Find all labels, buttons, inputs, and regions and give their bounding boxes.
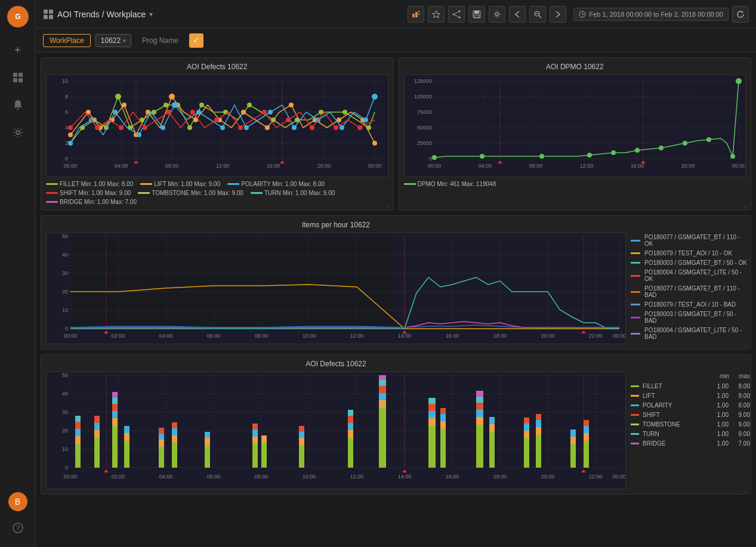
svg-point-71 [199, 103, 204, 107]
svg-rect-302 [428, 404, 436, 411]
zoom-out-button[interactable] [529, 6, 546, 23]
sidebar-bell-icon[interactable] [7, 94, 29, 116]
svg-text:18:00: 18:00 [493, 333, 507, 339]
svg-rect-286 [299, 432, 304, 438]
svg-point-6 [17, 108, 18, 110]
save-button[interactable] [468, 6, 485, 23]
tab-workplace[interactable]: WorkPlace [43, 34, 91, 47]
chart4-area: 0 10 20 30 40 50 00:00 02:00 04:00 06:00… [46, 372, 626, 489]
svg-point-86 [169, 94, 175, 100]
svg-rect-310 [476, 410, 483, 417]
check-button[interactable]: ✓ [189, 33, 203, 48]
svg-point-108 [340, 125, 344, 130]
svg-text:50000: 50000 [416, 125, 431, 131]
chart4-inner: AOI Defects 10622 [46, 360, 626, 489]
svg-point-109 [363, 118, 368, 122]
svg-rect-276 [205, 438, 210, 445]
svg-text:02:00: 02:00 [112, 474, 125, 480]
svg-point-160 [683, 141, 687, 146]
svg-point-95 [372, 141, 377, 146]
chart3-legend: PO180077 / GSMGATE7_BT / 110 - OK PO1800… [631, 221, 750, 344]
sidebar-add-icon[interactable]: + [7, 39, 29, 61]
next-button[interactable] [550, 6, 566, 23]
legend-po180004-bad: PO180004 / GSMGATE7_LITE / 50 - BAD [631, 327, 750, 340]
svg-rect-289 [348, 430, 353, 438]
svg-marker-18 [432, 11, 440, 18]
date-range[interactable]: Feb 1, 2018 00:00:00 to Feb 2, 2018 00:0… [573, 8, 729, 21]
svg-text:16:00: 16:00 [446, 474, 459, 480]
svg-rect-264 [124, 441, 129, 468]
filter-value: 10622 [101, 36, 121, 45]
svg-rect-312 [476, 397, 483, 403]
prev-button[interactable] [509, 6, 526, 23]
svg-rect-268 [159, 440, 164, 447]
svg-rect-318 [524, 431, 529, 438]
svg-text:40: 40 [62, 252, 68, 258]
svg-point-111 [68, 125, 73, 130]
svg-rect-293 [379, 408, 386, 468]
svg-text:16:00: 16:00 [446, 333, 459, 339]
star-button[interactable] [428, 6, 445, 23]
sidebar-gear-icon[interactable] [7, 122, 29, 143]
refresh-button[interactable] [732, 6, 749, 23]
svg-text:08:00: 08:00 [255, 474, 269, 480]
page-title: AOI Trends / Workplace ▾ [43, 9, 408, 20]
svg-text:14:00: 14:00 [398, 474, 412, 480]
resize-handle-4[interactable]: ⌟ [743, 487, 749, 493]
svg-text:08:00: 08:00 [529, 163, 542, 169]
legend4-fillet: FILLET 1.00 8.00 [631, 383, 750, 390]
svg-text:6: 6 [65, 109, 68, 115]
svg-rect-254 [94, 438, 100, 468]
svg-rect-319 [524, 424, 529, 431]
charts-area: AOI Defects 10622 [36, 52, 756, 547]
svg-rect-255 [94, 430, 100, 438]
svg-point-83 [122, 103, 126, 107]
svg-point-70 [187, 125, 192, 130]
resize-handle-3[interactable]: ⌟ [743, 342, 749, 348]
sidebar-help-icon[interactable]: ? [7, 517, 29, 539]
svg-text:50: 50 [62, 233, 68, 239]
tab-progname[interactable]: Prog Name [136, 35, 184, 47]
svg-line-22 [454, 11, 458, 14]
svg-rect-253 [75, 416, 81, 422]
svg-rect-296 [379, 386, 386, 393]
svg-rect-305 [440, 421, 446, 429]
svg-rect-280 [252, 429, 258, 437]
chart3-inner: Items per hour 10622 [46, 221, 626, 344]
svg-rect-11 [49, 10, 53, 14]
user-avatar[interactable]: B [8, 492, 27, 511]
svg-rect-327 [570, 429, 576, 437]
svg-rect-279 [252, 437, 258, 444]
chart-add-button[interactable]: + [408, 6, 424, 23]
legend-shift: SHIFT Min: 1.00 Max: 9.00 [46, 190, 131, 196]
svg-rect-315 [489, 424, 495, 432]
title-caret[interactable]: ▾ [149, 10, 153, 18]
svg-point-117 [214, 118, 219, 122]
resize-handle-2[interactable]: ⌟ [743, 203, 749, 209]
legend-lift: LIFT Min: 1.00 Max: 9.00 [140, 181, 220, 187]
filter-badge[interactable]: 10622 ▾ [95, 34, 131, 47]
svg-point-155 [539, 154, 544, 159]
svg-point-163 [736, 78, 742, 84]
svg-rect-256 [94, 423, 100, 430]
share-button[interactable] [448, 6, 465, 23]
svg-text:02:00: 02:00 [112, 333, 125, 339]
svg-text:04:00: 04:00 [478, 163, 492, 169]
date-range-text: Feb 1, 2018 00:00:00 to Feb 2, 2018 00:0… [590, 11, 723, 18]
chart-aoi-defects: AOI Defects 10622 [41, 57, 394, 211]
svg-rect-13 [49, 15, 53, 19]
chart3-area: 0 10 20 30 40 50 00:00 02:00 04:00 06:00… [46, 233, 626, 344]
chart4-legend: min max FILLET 1.00 8.00 LIFT 1.00 9.00 [631, 360, 750, 489]
svg-text:16:00: 16:00 [267, 163, 280, 169]
sidebar-dashboard-icon[interactable] [7, 67, 29, 88]
app-logo[interactable]: G [7, 6, 29, 27]
svg-point-115 [166, 110, 171, 115]
settings-button[interactable] [489, 6, 505, 23]
resize-handle-1[interactable]: ⌟ [386, 203, 392, 209]
svg-rect-306 [440, 414, 446, 421]
svg-rect-292 [348, 410, 353, 416]
legend-po180003-ok: PO180003 / GSMGATE7_BT / 50 - OK [631, 259, 750, 266]
svg-rect-284 [299, 445, 304, 468]
main-content: AOI Trends / Workplace ▾ + [36, 0, 756, 547]
svg-line-33 [582, 14, 584, 15]
